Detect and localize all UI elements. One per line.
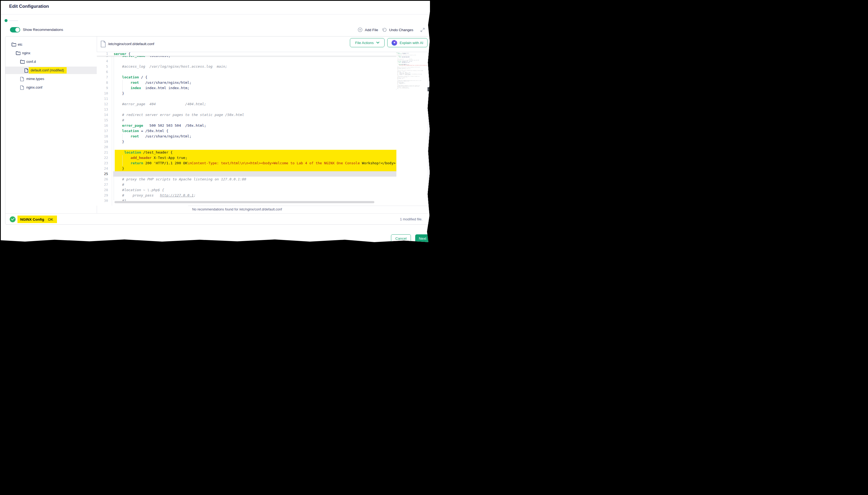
tree-item-default.conf[interactable]: default.conf (modified) bbox=[5, 67, 97, 74]
step-1-dot bbox=[4, 19, 7, 22]
tree-item-mime.types[interactable]: mime.types bbox=[5, 75, 97, 83]
code-line-24[interactable]: 24 } bbox=[97, 166, 430, 171]
line-number-29: 29 bbox=[97, 193, 108, 198]
code-line-content: index index.html index.htm; bbox=[112, 85, 398, 91]
code-line-content: # bbox=[112, 182, 398, 187]
code-line-22[interactable]: 22 add_header X-Test-App true; bbox=[97, 155, 430, 160]
code-line-14[interactable]: 14 # redirect server error pages to the … bbox=[97, 112, 430, 118]
code-line-content: # proxy the PHP scripts to Apache listen… bbox=[112, 177, 398, 182]
code-line-25[interactable]: 25 bbox=[97, 171, 430, 177]
minimap[interactable]: server { listen 80 default_server; serve… bbox=[396, 53, 428, 96]
line-number-19: 19 bbox=[97, 139, 108, 144]
file-tree: etcnginxconf.ddefault.conf (modified)mim… bbox=[5, 36, 97, 213]
sticky-line-content: server { bbox=[112, 52, 396, 55]
show-recommendations-label: Show Recommendations bbox=[23, 28, 63, 32]
code-line-11[interactable]: 11 bbox=[97, 96, 430, 101]
code-line-content: error_page 500 502 503 504 /50x.html; bbox=[112, 123, 398, 128]
page-title: Edit Configuration bbox=[9, 4, 49, 9]
code-line-content: location /test_header { bbox=[112, 150, 398, 155]
code-line-content: #access_log /var/log/nginx/host.access.l… bbox=[112, 64, 398, 69]
add-file-label: Add File bbox=[365, 28, 378, 32]
folder-icon bbox=[20, 59, 25, 64]
code-line-26[interactable]: 26 # proxy the PHP scripts to Apache lis… bbox=[97, 177, 430, 182]
code-line-4[interactable]: 4 bbox=[97, 58, 430, 64]
code-line-content: root /usr/share/nginx/html; bbox=[112, 134, 398, 139]
line-number-4: 4 bbox=[97, 58, 108, 64]
show-recommendations-toggle[interactable] bbox=[10, 27, 20, 33]
config-editor-panel: etcnginxconf.ddefault.conf (modified)mim… bbox=[5, 36, 430, 225]
code-line-5[interactable]: 5 #access_log /var/log/nginx/host.access… bbox=[97, 64, 430, 69]
vertical-scrollbar[interactable] bbox=[428, 52, 430, 206]
code-line-13[interactable]: 13 bbox=[97, 107, 430, 112]
tree-item-label: mime.types bbox=[26, 77, 44, 81]
line-number-12: 12 bbox=[97, 101, 108, 107]
code-line-content: } bbox=[112, 166, 398, 171]
line-number-23: 23 bbox=[97, 160, 108, 166]
line-number-24: 24 bbox=[97, 166, 108, 171]
code-line-10[interactable]: 10 } bbox=[97, 91, 430, 96]
code-line-9[interactable]: 9 index index.html index.htm; bbox=[97, 85, 430, 91]
file-header: /etc/nginx/conf.d/default.conf File Acti… bbox=[97, 36, 430, 52]
code-line-19[interactable]: 19 } bbox=[97, 139, 430, 144]
code-line-content: return 200 'HTTP/1.1 200 OK\nContent-Typ… bbox=[112, 160, 398, 166]
vertical-scrollbar-handle[interactable] bbox=[428, 87, 430, 91]
code-line-7[interactable]: 7 location / { bbox=[97, 75, 430, 80]
line-number-1: 1 bbox=[97, 52, 108, 55]
line-number-30: 30 bbox=[97, 198, 108, 204]
tree-item-label: nginx bbox=[22, 51, 30, 55]
tree-item-conf.d[interactable]: conf.d bbox=[5, 58, 97, 66]
tree-item-label: etc bbox=[18, 42, 22, 47]
code-line-23[interactable]: 23 return 200 'HTTP/1.1 200 OK\nContent-… bbox=[97, 160, 430, 166]
toggle-knob bbox=[15, 28, 20, 32]
code-line-27[interactable]: 27 # bbox=[97, 182, 430, 187]
file-actions-button[interactable]: File Actions bbox=[350, 38, 384, 47]
code-line-18[interactable]: 18 root /usr/share/nginx/html; bbox=[97, 134, 430, 139]
code-line-12[interactable]: 12 #error_page 404 /404.html; bbox=[97, 101, 430, 107]
line-number-13: 13 bbox=[97, 107, 108, 112]
undo-changes-button[interactable]: Undo Changes bbox=[382, 28, 413, 32]
line-number-26: 26 bbox=[97, 177, 108, 182]
line-number-28: 28 bbox=[97, 187, 108, 193]
code-line-21[interactable]: 21 location /test_header { bbox=[97, 150, 430, 155]
code-line-8[interactable]: 8 root /usr/share/nginx/html; bbox=[97, 80, 430, 85]
explain-with-ai-button[interactable]: ✦✦ Explain with AI bbox=[387, 38, 428, 47]
code-line-28[interactable]: 28 #location ~ \.php$ { bbox=[97, 187, 430, 193]
horizontal-scrollbar[interactable] bbox=[114, 201, 374, 203]
tree-item-nginx.conf[interactable]: nginx.conf bbox=[5, 84, 97, 91]
next-button[interactable]: Next bbox=[415, 234, 430, 242]
undo-changes-label: Undo Changes bbox=[389, 28, 413, 32]
recommendations-note-row: No recommendations found for /etc/nginx/… bbox=[188, 206, 430, 214]
file-icon bbox=[20, 85, 24, 90]
code-line-content: } bbox=[112, 139, 398, 144]
code-line-16[interactable]: 16 error_page 500 502 503 504 /50x.html; bbox=[97, 123, 430, 128]
sticky-scope-line[interactable]: 1server { bbox=[97, 52, 396, 56]
line-number-8: 8 bbox=[97, 80, 108, 85]
line-number-25: 25 bbox=[97, 171, 108, 177]
line-number-14: 14 bbox=[97, 112, 108, 118]
tree-item-label: conf.d bbox=[26, 59, 36, 64]
code-line-29[interactable]: 29 # proxy_pass http://127.0.0.1; bbox=[97, 193, 430, 198]
explain-ai-label: Explain with AI bbox=[399, 41, 423, 45]
tree-item-etc[interactable]: etc bbox=[5, 41, 97, 48]
code-line-6[interactable]: 6 bbox=[97, 69, 430, 75]
code-line-content: add_header X-Test-App true; bbox=[112, 155, 398, 160]
cancel-button[interactable]: Cancel bbox=[391, 234, 411, 242]
code-area[interactable]: 3 server_name localhost;45 #access_log /… bbox=[97, 52, 430, 206]
expand-button[interactable] bbox=[420, 28, 425, 32]
code-line-20[interactable]: 20 bbox=[97, 144, 430, 150]
code-line-15[interactable]: 15 # bbox=[97, 118, 430, 123]
file-icon bbox=[100, 40, 106, 48]
code-line-content: #location ~ \.php$ { bbox=[112, 187, 398, 193]
line-number-7: 7 bbox=[97, 75, 108, 80]
add-file-button[interactable]: Add File bbox=[358, 28, 378, 32]
code-line-content: } bbox=[112, 91, 398, 96]
modified-files-count: 1 modified file. bbox=[400, 217, 423, 221]
code-line-content: #error_page 404 /404.html; bbox=[112, 101, 398, 107]
tree-item-nginx[interactable]: nginx bbox=[5, 49, 97, 57]
file-actions-label: File Actions bbox=[355, 41, 374, 45]
file-path: /etc/nginx/conf.d/default.conf bbox=[108, 42, 154, 46]
code-line-content: location / { bbox=[112, 75, 398, 80]
code-line-17[interactable]: 17 location = /50x.html { bbox=[97, 128, 430, 134]
status-value: OK bbox=[48, 218, 53, 221]
folder-icon bbox=[12, 42, 16, 47]
